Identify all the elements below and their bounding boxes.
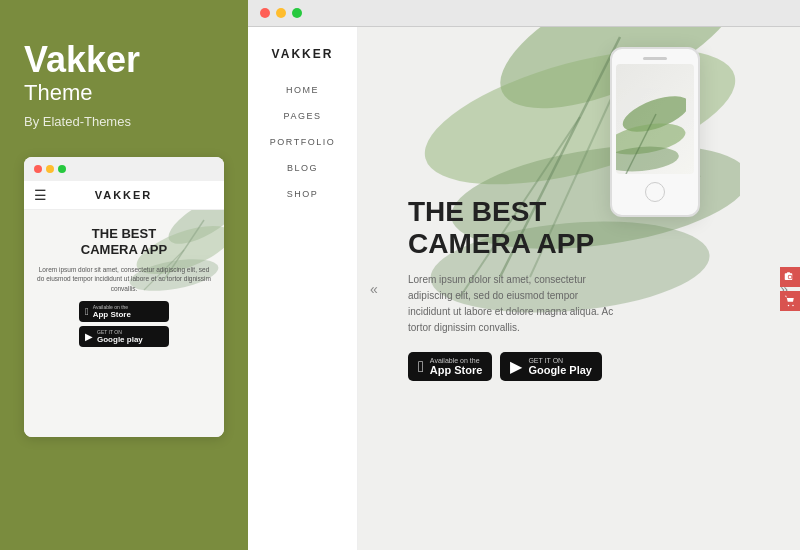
app-store-big-text: App Store: [430, 364, 483, 376]
hero-heading: THE BEST CAMERA APP: [408, 196, 618, 260]
play-icon: ▶: [85, 331, 93, 342]
google-play-icon: ▶: [510, 357, 522, 376]
dot-yellow: [46, 165, 54, 173]
app-store-button[interactable]:  Available on the App Store: [408, 352, 492, 381]
nav-item-portfolio[interactable]: PORTFOLIO: [270, 137, 335, 147]
browser-dot-yellow: [276, 8, 286, 18]
hero-text-block: THE BEST CAMERA APP Lorem ipsum dolor si…: [358, 196, 618, 381]
phone-hero-heading: THE BEST CAMERA APP: [36, 226, 212, 260]
phone-hero-para: Lorem ipsum dolor sit amet, consectetur …: [36, 265, 212, 292]
side-icon-camera[interactable]: [780, 267, 800, 287]
phone-home-button: [645, 182, 665, 202]
browser-chrome: [248, 0, 800, 27]
store-buttons:  Available on the App Store ▶ GET IT ON…: [408, 352, 618, 381]
nav-item-shop[interactable]: SHOP: [287, 189, 319, 199]
hero-section: « THE BEST CAMERA APP Lorem ipsum dolor …: [358, 27, 800, 550]
phone-screen: [616, 64, 694, 174]
nav-item-blog[interactable]: BLOG: [287, 163, 318, 173]
cart-icon: [784, 295, 796, 307]
app-store-small-text: Available on the: [430, 357, 483, 364]
phone-mockup-dots: [24, 157, 224, 181]
google-play-big-text: Google Play: [528, 364, 592, 376]
google-play-small-text: GET IT ON: [528, 357, 592, 364]
carousel-arrow-left[interactable]: «: [366, 277, 382, 301]
sidebar-title: Vakker: [24, 40, 140, 80]
nav-item-pages[interactable]: PAGES: [284, 111, 322, 121]
nav-item-home[interactable]: HOME: [286, 85, 319, 95]
hamburger-icon: ☰: [34, 187, 47, 203]
browser-dot-green: [292, 8, 302, 18]
camera-icon: [784, 271, 796, 283]
side-icon-shopping-cart[interactable]: [780, 291, 800, 311]
phone-app-store-big: App Store: [93, 310, 131, 319]
phone-brand: VAKKER: [95, 189, 153, 201]
phone-google-play-big: Google play: [97, 335, 143, 344]
sidebar-author: By Elated-Themes: [24, 114, 131, 129]
phone-mockup: ☰ VAKKER THE BEST CAMERA APP Lorem ipsum…: [24, 157, 224, 437]
dot-red: [34, 165, 42, 173]
phone-app-store-button[interactable]:  Available on the App Store: [79, 301, 169, 322]
hero-phone-device: [610, 47, 700, 217]
dot-green: [58, 165, 66, 173]
phone-content: THE BEST CAMERA APP Lorem ipsum dolor si…: [24, 210, 224, 437]
side-icons: [780, 267, 800, 311]
sidebar-subtitle: Theme: [24, 80, 92, 106]
hero-para: Lorem ipsum dolor sit amet, consectetur …: [408, 272, 618, 336]
browser-viewport: VAKKER HOME PAGES PORTFOLIO BLOG SHOP «: [248, 27, 800, 550]
inner-sidebar: VAKKER HOME PAGES PORTFOLIO BLOG SHOP: [248, 27, 358, 550]
apple-store-icon: : [418, 358, 424, 376]
inner-brand: VAKKER: [272, 47, 334, 61]
left-sidebar: Vakker Theme By Elated-Themes ☰ VAKKER: [0, 0, 248, 550]
phone-content-inner: THE BEST CAMERA APP Lorem ipsum dolor si…: [32, 218, 216, 359]
phone-speaker: [643, 57, 667, 60]
main-content: VAKKER HOME PAGES PORTFOLIO BLOG SHOP «: [248, 0, 800, 550]
phone-top-bar: ☰ VAKKER: [24, 181, 224, 210]
browser-dot-red: [260, 8, 270, 18]
phone-screen-leaf-icon: [616, 94, 686, 174]
google-play-button[interactable]: ▶ GET IT ON Google Play: [500, 352, 602, 381]
phone-google-play-button[interactable]: ▶ GET IT ON Google play: [79, 326, 169, 347]
apple-icon: : [85, 306, 89, 317]
